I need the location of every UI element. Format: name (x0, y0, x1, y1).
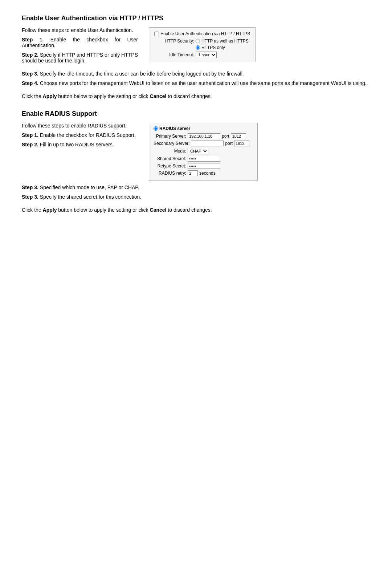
section2-step3a-label: Step 3. (22, 184, 38, 190)
radius-server-radio[interactable] (154, 126, 158, 131)
section2-apply-text: Click the Apply button below to apply th… (22, 207, 370, 213)
section1-step4: Step 4. Choose new ports for the managem… (22, 80, 370, 86)
idle-timeout-row: Idle Timeout: 1 hour (154, 52, 250, 58)
section2-intro: Follow these steps to enable RADIUS supp… (22, 123, 138, 129)
radio-https-only-label: HTTPS only (201, 45, 225, 50)
section2-step3b-text: Specify the shared secret for this conne… (40, 194, 141, 200)
https-only-row: HTTPS only (154, 45, 250, 50)
section2-two-col: Follow these steps to enable RADIUS supp… (22, 123, 370, 181)
radio-https-only[interactable] (196, 45, 200, 50)
section1-step2: Step 2. Specify if HTTP and HTTPS or onl… (22, 52, 138, 64)
enable-auth-checkbox-row: Enable User Authentication via HTTP / HT… (154, 31, 250, 36)
radius-retry-input[interactable] (188, 170, 198, 176)
section2-step3b: Step 3. Specify the shared secret for th… (22, 194, 370, 200)
mode-row: Mode: CHAP PAP (154, 148, 253, 154)
section1-step3-label: Step 3. (22, 71, 38, 77)
secondary-server-label: Secondary Server: (154, 141, 189, 146)
shared-secret-input[interactable] (188, 156, 220, 162)
primary-port-label: port (222, 134, 229, 139)
section1-step4-text: Choose new ports for the management WebU… (40, 80, 368, 86)
section2-apply-mid: button below to apply the setting or cli… (57, 207, 150, 213)
secondary-port-input[interactable] (234, 141, 249, 146)
section1-intro: Follow these steps to enable User Authen… (22, 27, 138, 33)
primary-server-row: Primary Server: port (154, 133, 253, 139)
section2-apply-end: to discard changes. (166, 207, 212, 213)
radio-http-https-label: HTTP as well as HTTPS (201, 38, 249, 44)
section2-left: Follow these steps to enable RADIUS supp… (22, 123, 138, 151)
section1-panel-container: Enable User Authentication via HTTP / HT… (149, 27, 370, 62)
section1-apply-text: Click the Apply button below to apply th… (22, 93, 370, 99)
section1-step3: Step 3. Specify the idle-timeout, the ti… (22, 71, 370, 77)
section1-step2-text: Specify if HTTP and HTTPS or only HTTPS … (22, 52, 138, 64)
http-security-label: HTTP Security: (162, 38, 194, 44)
section1-title: Enable User Authentication via HTTP / HT… (22, 15, 370, 22)
enable-auth-checkbox[interactable] (154, 32, 159, 36)
radio-http-https[interactable] (196, 39, 200, 43)
section2-panel-container: RADIUS server Primary Server: port Secon… (149, 123, 370, 181)
mode-label: Mode: (154, 149, 186, 154)
mode-select[interactable]: CHAP PAP (188, 148, 208, 154)
secondary-server-row: Secondary Server: port (154, 141, 253, 146)
section1-left: Follow these steps to enable User Authen… (22, 27, 138, 67)
section-user-auth: Enable User Authentication via HTTP / HT… (22, 15, 370, 99)
section1-step1: Step 1. Enable the checkbox for User Aut… (22, 37, 138, 48)
http-security-row: HTTP Security: HTTP as well as HTTPS (154, 38, 250, 44)
section2-cancel-bold: Cancel (150, 207, 167, 213)
section1-step2-label: Step 2. (22, 52, 38, 58)
secondary-port-label: port (225, 141, 233, 146)
radius-retry-row: RADIUS retry: seconds (154, 170, 253, 176)
retype-secret-label: Retype Secret: (154, 163, 186, 169)
section2-step2: Step 2. Fill in up to two RADIUS servers… (22, 142, 138, 147)
idle-timeout-select[interactable]: 1 hour (196, 52, 217, 58)
section-radius: Enable RADIUS Support Follow these steps… (22, 110, 370, 213)
section2-apply-prefix: Click the (22, 207, 43, 213)
section2-apply-bold: Apply (43, 207, 57, 213)
section2-step3b-label: Step 3. (22, 194, 38, 200)
section1-apply-bold: Apply (43, 93, 57, 99)
primary-server-input[interactable] (188, 133, 220, 139)
section2-step1: Step 1. Enable the checkbox for RADIUS S… (22, 132, 138, 138)
section2-step3a: Step 3. Specified which mode to use, PAP… (22, 184, 370, 190)
radius-retry-label: RADIUS retry: (154, 171, 186, 176)
radius-title-row: RADIUS server (154, 126, 253, 131)
retype-secret-input[interactable] (188, 163, 220, 169)
radius-retry-unit: seconds (199, 171, 216, 176)
section1-cancel-bold: Cancel (150, 93, 167, 99)
primary-server-label: Primary Server: (154, 134, 186, 139)
section1-step4-label: Step 4. (22, 80, 38, 86)
section1-apply-prefix: Click the (22, 93, 43, 99)
section2-step2-text: Fill in up to two RADIUS servers. (40, 142, 114, 147)
section1-step3-text: Specify the idle-timeout, the time a use… (40, 71, 244, 77)
section1-apply-end: to discard changes. (166, 93, 212, 99)
section2-title: Enable RADIUS Support (22, 110, 370, 118)
radius-panel: RADIUS server Primary Server: port Secon… (149, 123, 258, 181)
shared-secret-label: Shared Secret: (154, 156, 186, 161)
section2-step2-label: Step 2. (22, 142, 38, 147)
section1-two-col: Follow these steps to enable User Authen… (22, 27, 370, 67)
section2-step1-label: Step 1. (22, 132, 38, 138)
radius-panel-title: RADIUS server (159, 126, 190, 131)
http-auth-panel: Enable User Authentication via HTTP / HT… (149, 27, 256, 62)
idle-timeout-label: Idle Timeout: (162, 52, 194, 57)
secondary-server-input[interactable] (191, 141, 224, 146)
section2-step1-text: Enable the checkbox for RADIUS Support. (40, 132, 136, 138)
section1-step1-label: Step 1. (22, 37, 44, 42)
retype-secret-row: Retype Secret: (154, 163, 253, 169)
primary-port-input[interactable] (231, 133, 246, 139)
shared-secret-row: Shared Secret: (154, 156, 253, 162)
enable-auth-label: Enable User Authentication via HTTP / HT… (160, 31, 250, 36)
section1-apply-mid: button below to apply the setting or cli… (57, 93, 150, 99)
section2-step3a-text: Specified which mode to use, PAP or CHAP… (40, 184, 139, 190)
